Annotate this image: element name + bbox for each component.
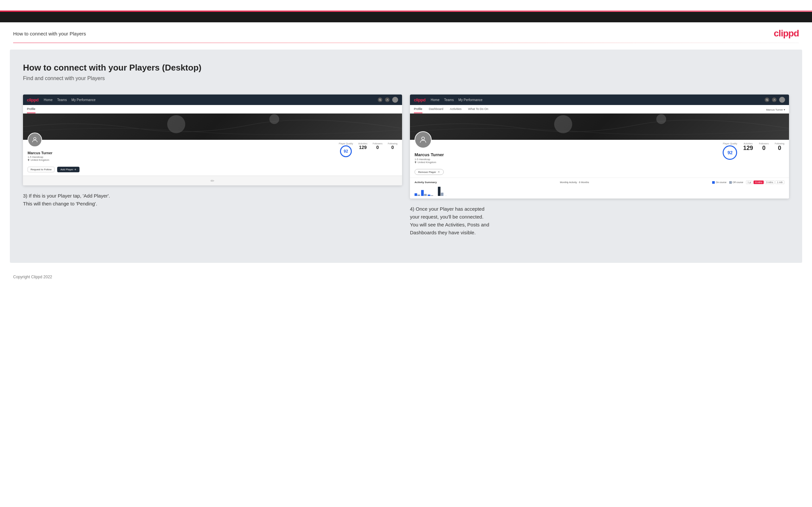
left-app-bottom: ✏ bbox=[23, 176, 402, 185]
left-profile-avatar bbox=[28, 132, 42, 147]
remove-player-button[interactable]: Remove Player ✕ bbox=[414, 169, 444, 175]
activity-header: Activity Summary Monthly Activity · 6 Mo… bbox=[414, 180, 784, 184]
right-search-icon[interactable] bbox=[765, 98, 769, 102]
bar-on-3 bbox=[428, 194, 430, 196]
screenshots-row: clippd Home Teams My Performance bbox=[23, 95, 789, 237]
legend-off-dot bbox=[729, 181, 732, 184]
bar-off-1 bbox=[417, 194, 420, 196]
period-1yr[interactable]: 1 yr bbox=[746, 180, 753, 184]
right-hero bbox=[410, 114, 789, 140]
right-tab-dashboard[interactable]: Dashboard bbox=[429, 107, 444, 113]
copyright-text: Copyright Clippd 2022 bbox=[13, 275, 52, 279]
right-tab-profile[interactable]: Profile bbox=[414, 107, 422, 113]
left-action-buttons: Request to Follow Add Player + bbox=[23, 165, 402, 176]
left-mockup: clippd Home Teams My Performance bbox=[23, 95, 402, 185]
user-icon[interactable] bbox=[385, 98, 390, 102]
header-divider bbox=[13, 43, 799, 43]
bar-group-2 bbox=[421, 190, 427, 196]
svg-point-3 bbox=[34, 137, 36, 140]
bar-on-4 bbox=[434, 195, 437, 196]
clippd-logo: clippd bbox=[774, 28, 799, 39]
right-col: clippd Home Teams My Performance bbox=[410, 95, 789, 237]
right-tab-activities[interactable]: Activities bbox=[450, 107, 462, 113]
right-tabs: Profile Dashboard Activities What To Do … bbox=[410, 105, 789, 114]
add-player-button[interactable]: Add Player + bbox=[57, 167, 80, 172]
page-footer: Copyright Clippd 2022 bbox=[0, 269, 812, 284]
right-nav-home[interactable]: Home bbox=[430, 98, 440, 102]
search-icon[interactable] bbox=[378, 98, 383, 102]
right-user-icon[interactable] bbox=[772, 98, 776, 102]
right-quality: Player Quality 92 bbox=[723, 143, 737, 160]
right-activities: Activities 129 bbox=[743, 143, 753, 152]
left-followers: Followers 0 bbox=[372, 143, 383, 150]
activity-title: Activity Summary bbox=[414, 181, 437, 184]
right-nav-links: Home Teams My Performance bbox=[430, 98, 759, 102]
left-profile-section: Marcus Turner 1-5 Handicap United Kingdo… bbox=[23, 140, 402, 165]
bar-group-3 bbox=[428, 194, 433, 196]
legend-on-dot bbox=[712, 181, 715, 184]
bar-group-5 bbox=[438, 187, 444, 196]
right-nav-performance[interactable]: My Performance bbox=[458, 98, 482, 102]
right-nav-teams[interactable]: Teams bbox=[444, 98, 454, 102]
right-followers: Followers 0 bbox=[759, 143, 769, 152]
period-6mths[interactable]: 6 mths bbox=[754, 180, 764, 184]
left-activities: Activities 129 bbox=[358, 143, 367, 150]
left-nav-logo: clippd bbox=[27, 98, 39, 102]
right-avatar[interactable] bbox=[779, 97, 785, 103]
svg-point-4 bbox=[766, 99, 767, 100]
left-nav-teams[interactable]: Teams bbox=[57, 98, 67, 102]
left-following: Following 0 bbox=[388, 143, 398, 150]
bar-on-6 bbox=[445, 195, 447, 196]
request-follow-button[interactable]: Request to Follow bbox=[28, 167, 55, 172]
right-quality-circle: 92 bbox=[723, 146, 737, 160]
left-nav-icons bbox=[378, 97, 398, 103]
article-subtitle: Find and connect with your Players bbox=[23, 75, 789, 81]
svg-line-1 bbox=[380, 100, 381, 101]
left-caption: 3) If this is your Player tap, 'Add Play… bbox=[23, 192, 402, 208]
bar-group-4 bbox=[434, 195, 437, 196]
period-3mths[interactable]: 3 mths bbox=[764, 180, 774, 184]
right-caption: 4) Once your Player has accepted your re… bbox=[410, 205, 789, 237]
right-nav-logo: clippd bbox=[414, 98, 425, 102]
article-title: How to connect with your Players (Deskto… bbox=[23, 63, 789, 73]
bar-off-5 bbox=[441, 192, 444, 196]
right-profile-location: United Kingdom bbox=[414, 161, 784, 164]
right-nav-icons bbox=[765, 97, 785, 103]
legend-on-course: On course bbox=[712, 181, 726, 184]
top-bar bbox=[0, 10, 812, 22]
bar-off-3 bbox=[430, 195, 433, 196]
accent-bar bbox=[0, 10, 812, 12]
right-tab-user: Marcus Turner ▾ bbox=[766, 108, 785, 113]
pencil-icon: ✏ bbox=[211, 178, 214, 183]
bar-group-6 bbox=[445, 195, 447, 196]
left-tab-profile[interactable]: Profile bbox=[27, 107, 36, 113]
activity-controls: On course Off course 1 yr 6 mths 3 mths … bbox=[712, 180, 784, 184]
svg-point-0 bbox=[379, 99, 380, 100]
left-avatar[interactable] bbox=[392, 97, 398, 103]
right-nav: clippd Home Teams My Performance bbox=[410, 95, 789, 105]
left-nav-links: Home Teams My Performance bbox=[44, 98, 372, 102]
bar-group-1 bbox=[414, 193, 420, 196]
left-tabs: Profile bbox=[23, 105, 402, 114]
left-profile-location: United Kingdom bbox=[28, 159, 398, 161]
left-nav-home[interactable]: Home bbox=[44, 98, 53, 102]
right-following: Following 0 bbox=[774, 143, 784, 152]
activity-summary: Activity Summary Monthly Activity · 6 Mo… bbox=[410, 177, 789, 199]
left-nav-performance[interactable]: My Performance bbox=[71, 98, 95, 102]
bar-on-5 bbox=[438, 187, 441, 196]
right-mockup: clippd Home Teams My Performance bbox=[410, 95, 789, 199]
period-1mth[interactable]: 1 mth bbox=[775, 180, 784, 184]
page-header: How to connect with your Players clippd bbox=[0, 22, 812, 43]
right-tab-whattowork[interactable]: What To Do On bbox=[468, 107, 488, 113]
left-col: clippd Home Teams My Performance bbox=[23, 95, 402, 237]
activity-period: Monthly Activity · 6 Months bbox=[560, 181, 589, 184]
right-profile-avatar bbox=[414, 131, 432, 148]
remove-player-wrap: Remove Player ✕ bbox=[410, 168, 789, 177]
legend-off-course: Off course bbox=[729, 181, 743, 184]
bar-on-2 bbox=[421, 190, 424, 196]
left-quality-circle: 92 bbox=[340, 146, 352, 157]
svg-line-5 bbox=[767, 100, 768, 101]
left-quality: Player Quality 92 bbox=[339, 143, 353, 157]
bar-off-2 bbox=[424, 194, 427, 196]
activity-chart bbox=[414, 186, 784, 196]
